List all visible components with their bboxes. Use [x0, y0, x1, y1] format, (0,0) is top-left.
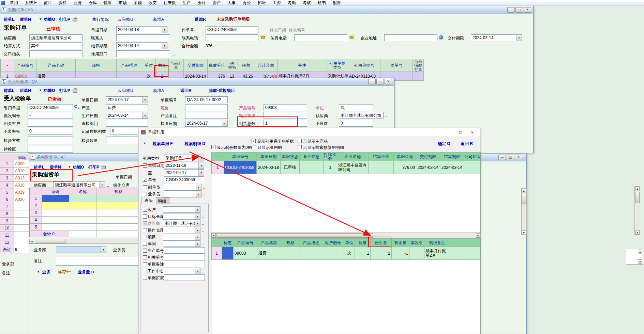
- af-function-button[interactable]: 功能O: [73, 164, 84, 170]
- function-dropdown-icon[interactable]: [39, 89, 42, 92]
- chevron-down-icon[interactable]: [195, 227, 200, 233]
- maker-checkbox[interactable]: [143, 185, 147, 189]
- menu-item[interactable]: 资产: [209, 0, 224, 6]
- menu-item[interactable]: 生产: [179, 0, 194, 6]
- field-input[interactable]: [164, 261, 205, 267]
- qa-method-input[interactable]: [28, 137, 73, 144]
- list-item[interactable]: 6A020: [0, 196, 30, 203]
- dlg-ok-button[interactable]: 确定 O: [438, 141, 450, 147]
- qa-function-button[interactable]: 功能O: [44, 88, 55, 94]
- field-checkbox[interactable]: [143, 242, 147, 246]
- po-settle-term-input[interactable]: 2024-03-14: [116, 42, 167, 49]
- qa-extract-button[interactable]: 提取-质检项目: [209, 88, 235, 94]
- ellipsis-button[interactable]: ..: [203, 192, 206, 196]
- menu-item[interactable]: 市场: [115, 0, 130, 6]
- date-to-input[interactable]: 2024-05-17: [164, 169, 204, 176]
- minimize-button[interactable]: [444, 129, 454, 136]
- qa-date-input[interactable]: 2024-05-17: [106, 96, 148, 103]
- date-filter-checkbox[interactable]: [143, 163, 147, 168]
- af-stock-link[interactable]: 库存+~: [58, 269, 71, 274]
- field-combobox[interactable]: [163, 213, 200, 220]
- qa-next-button[interactable]: 后单N: [20, 88, 31, 94]
- ellipsis-button[interactable]: ..: [385, 113, 387, 118]
- filter-checkbox[interactable]: [252, 139, 256, 143]
- qa-prod-date-input[interactable]: 2024-03-14: [106, 112, 148, 119]
- doc-no-input[interactable]: CGDD-2403059: [164, 176, 204, 183]
- phone-icon[interactable]: [349, 35, 354, 40]
- date-from-input[interactable]: 2023-11-19: [164, 162, 204, 169]
- list-item[interactable]: 4A018: [0, 182, 30, 189]
- calendar-dropdown-icon[interactable]: [198, 170, 204, 176]
- po-back-button[interactable]: 返回R: [195, 17, 206, 22]
- chevron-down-icon[interactable]: [195, 220, 200, 226]
- scroll-left-button[interactable]: [211, 233, 216, 238]
- qa-back-button[interactable]: 返回R: [180, 88, 192, 94]
- calendar-dropdown-icon[interactable]: [222, 120, 227, 126]
- list-item[interactable]: 11: [0, 232, 30, 239]
- scroll-right-button[interactable]: [476, 233, 480, 238]
- ellipsis-button[interactable]: ..: [202, 207, 205, 212]
- scrollbar-thumb[interactable]: [216, 233, 373, 238]
- chevron-down-icon[interactable]: [99, 182, 105, 188]
- calendar-dropdown-icon[interactable]: [198, 162, 204, 169]
- ellipsis-button[interactable]: ..: [173, 52, 175, 57]
- chevron-down-icon[interactable]: [196, 184, 201, 190]
- filter-checkbox[interactable]: [298, 145, 302, 149]
- scroll-down-button[interactable]: [522, 230, 526, 235]
- phone-icon[interactable]: [260, 35, 266, 40]
- menu-item[interactable]: 采购: [130, 0, 145, 6]
- af-prev-button[interactable]: 前单L: [34, 164, 44, 170]
- po-settle-method-input[interactable]: 其他: [29, 42, 83, 49]
- menu-item[interactable]: 系统 F: [21, 0, 40, 6]
- qa-defect-rate-input[interactable]: 0: [28, 128, 73, 134]
- po-execution-button[interactable]: 执行情况: [92, 17, 109, 22]
- list-item[interactable]: 9: [0, 218, 30, 225]
- menu-item[interactable]: 考核: [299, 0, 314, 6]
- maker-combobox[interactable]: [164, 184, 201, 191]
- sales-checkbox[interactable]: [143, 192, 147, 196]
- search-icon[interactable]: [74, 105, 77, 108]
- menu-item[interactable]: 资料: [55, 0, 70, 6]
- table-row[interactable]: 1 CGDD-2403059 2024-03-18 已审核 1 浙江顺丰速运有限…: [212, 161, 481, 174]
- qa-inspect-dept-input[interactable]: [106, 120, 148, 127]
- function-dropdown-icon[interactable]: [37, 270, 40, 273]
- scroll-down-button[interactable]: [638, 259, 642, 264]
- af-supplier-combobox[interactable]: 浙江顺丰速运有限公司: [53, 181, 105, 188]
- scroll-up-button[interactable]: [638, 250, 642, 254]
- scrollbar-thumb[interactable]: [522, 194, 526, 204]
- table-row[interactable]: 2: [30, 202, 141, 209]
- qa-unaudit-button[interactable]: 反审核U: [118, 88, 133, 94]
- qa-supplier-input[interactable]: 浙江顺丰速运有限公司: [339, 112, 384, 119]
- qa-customer-input[interactable]: [28, 120, 73, 127]
- qa-print-button[interactable]: 打印P: [59, 88, 70, 94]
- globe-icon[interactable]: [439, 35, 443, 39]
- close-button[interactable]: [515, 155, 522, 160]
- chevron-down-icon[interactable]: [195, 234, 200, 240]
- function-dropdown-icon[interactable]: [143, 142, 146, 145]
- field-combobox[interactable]: [163, 240, 200, 247]
- ellipsis-button[interactable]: ..: [202, 235, 205, 239]
- po-function-button[interactable]: 功能O: [44, 17, 55, 22]
- menu-item[interactable]: 工资: [269, 0, 284, 6]
- field-input[interactable]: [164, 254, 205, 260]
- tab-detail[interactable]: 明细: [154, 197, 169, 204]
- po-print-button[interactable]: 打印P: [59, 17, 70, 22]
- filter-checkbox[interactable]: [252, 145, 256, 149]
- menu-item[interactable]: 常用: [6, 0, 21, 6]
- ellipsis-button[interactable]: ..: [202, 269, 205, 273]
- calendar-dropdown-icon[interactable]: [516, 35, 522, 41]
- list-item[interactable]: 1A009: [0, 160, 30, 168]
- maximize-button[interactable]: [376, 79, 384, 84]
- close-button[interactable]: [385, 79, 392, 84]
- menu-item[interactable]: 业务: [70, 0, 85, 6]
- scroll-up-button[interactable]: [635, 187, 640, 191]
- field-combobox[interactable]: [163, 268, 200, 274]
- ellipsis-button[interactable]: ..: [202, 228, 205, 233]
- qa-titlebar[interactable]: 受入检验单 / QA: [0, 78, 394, 86]
- po-supplier-input[interactable]: 浙江顺丰速运有限公司: [29, 34, 83, 41]
- field-checkbox[interactable]: [143, 235, 147, 239]
- qa-prev-button[interactable]: 前单L: [4, 88, 14, 94]
- chevron-down-icon[interactable]: [195, 207, 200, 212]
- af-remark-input[interactable]: [56, 257, 140, 266]
- ref-type-combobox[interactable]: 采购订单: [164, 155, 204, 161]
